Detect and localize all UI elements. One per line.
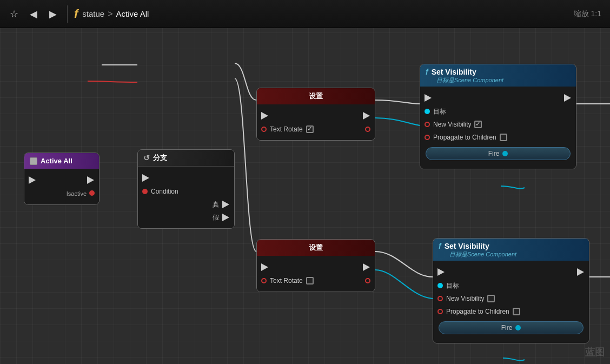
setvis-bottom-newvis-checkbox[interactable] bbox=[487, 295, 495, 302]
set-top-textrotate-checkbox[interactable] bbox=[306, 125, 314, 133]
setvis-bottom-target-row: 目标 bbox=[433, 279, 589, 292]
branch-exec-in[interactable] bbox=[142, 174, 150, 182]
branch-body: Condition 真 假 bbox=[138, 167, 234, 228]
setvis-bottom-propagate-label: Propagate to Children bbox=[446, 308, 509, 315]
set-top-textrotate-row: Text Rotate bbox=[257, 123, 375, 136]
setvis-top-newvis-pin[interactable] bbox=[425, 122, 430, 127]
setvis-bottom-propagate-pin[interactable] bbox=[437, 309, 443, 314]
set-top-exec-in[interactable] bbox=[261, 112, 269, 120]
setvis-bottom-func-icon: f bbox=[439, 242, 441, 250]
setvis-top-func-icon: f bbox=[426, 68, 428, 76]
setvis-top-propagate-row: Propagate to Children bbox=[420, 131, 576, 144]
set-bottom-textrotate-pin-in[interactable] bbox=[261, 278, 267, 283]
toolbar-divider bbox=[67, 5, 68, 23]
active-all-icon bbox=[30, 157, 37, 165]
setvis-bottom-exec-out[interactable] bbox=[577, 268, 585, 276]
set-bottom-node: 设置 Text Rotate bbox=[256, 239, 375, 292]
setvis-bottom-newvis-pin[interactable] bbox=[437, 296, 443, 301]
set-top-exec-out[interactable] bbox=[363, 112, 370, 120]
setvis-bottom-exec-in[interactable] bbox=[437, 268, 445, 276]
set-bottom-textrotate-label: Text Rotate bbox=[270, 277, 303, 284]
active-all-header: Active All bbox=[24, 153, 99, 169]
set-bottom-exec-row bbox=[257, 260, 375, 274]
branch-true-row: 真 bbox=[138, 198, 234, 211]
set-bottom-exec-out[interactable] bbox=[363, 263, 370, 271]
setvis-top-exec-row bbox=[420, 91, 576, 105]
isactive-label: Isactive bbox=[67, 190, 87, 197]
active-all-exec-in[interactable] bbox=[29, 176, 36, 184]
setvis-top-target-row: 目标 bbox=[420, 105, 576, 118]
setvis-bottom-fire-label: Fire bbox=[501, 324, 513, 332]
active-all-node: Active All Isactive bbox=[24, 153, 100, 205]
branch-true-pin[interactable] bbox=[222, 201, 230, 208]
setvis-top-exec-out[interactable] bbox=[564, 94, 572, 102]
set-top-title: 设置 bbox=[309, 92, 323, 100]
active-all-exec-row bbox=[24, 173, 99, 187]
breadcrumb: statue > Active All bbox=[82, 9, 149, 19]
setvis-top-fire-dot bbox=[502, 151, 508, 156]
breadcrumb-current[interactable]: Active All bbox=[116, 9, 149, 18]
setvis-bottom-fire-button[interactable]: Fire bbox=[439, 321, 584, 334]
active-all-title: Active All bbox=[41, 157, 72, 165]
setvis-bottom-fire-dot bbox=[515, 325, 521, 330]
branch-condition-pin[interactable] bbox=[142, 189, 148, 194]
setvis-top-newvis-checkbox[interactable] bbox=[474, 121, 482, 128]
branch-condition-row: Condition bbox=[138, 185, 234, 198]
func-icon: f bbox=[74, 7, 78, 21]
set-top-node: 设置 Text Rotate bbox=[256, 88, 375, 141]
setvis-bottom-propagate-checkbox[interactable] bbox=[513, 308, 520, 315]
setvis-bottom-body: 目标 New Visibility Propagate to Children … bbox=[433, 261, 589, 343]
setvis-bottom-node: f Set Visibility 目标是Scene Component 目标 N… bbox=[433, 238, 589, 343]
setvis-top-propagate-pin[interactable] bbox=[425, 135, 430, 140]
setvis-top-newvis-label: New Visibility bbox=[433, 121, 471, 128]
setvis-bottom-subtitle: 目标是Scene Component bbox=[449, 250, 584, 259]
breadcrumb-parent[interactable]: statue bbox=[82, 9, 104, 18]
setvis-bottom-title: Set Visibility bbox=[445, 242, 489, 250]
branch-condition-label: Condition bbox=[151, 188, 178, 195]
set-bottom-textrotate-row: Text Rotate bbox=[257, 274, 375, 287]
setvis-bottom-propagate-row: Propagate to Children bbox=[433, 305, 589, 318]
set-bottom-exec-in[interactable] bbox=[261, 263, 269, 271]
setvis-top-subtitle: 目标是Scene Component bbox=[436, 76, 571, 84]
setvis-top-target-pin[interactable] bbox=[425, 109, 430, 114]
branch-false-label: 假 bbox=[213, 213, 219, 222]
set-top-exec-row bbox=[257, 109, 375, 123]
setvis-top-propagate-checkbox[interactable] bbox=[500, 134, 507, 141]
back-button[interactable]: ◀ bbox=[26, 6, 41, 22]
setvis-bottom-header: f Set Visibility 目标是Scene Component bbox=[433, 239, 589, 261]
setvis-bottom-title-row: f Set Visibility bbox=[439, 242, 584, 250]
isactive-pin[interactable] bbox=[89, 190, 95, 196]
set-top-body: Text Rotate bbox=[257, 104, 375, 140]
toolbar: ☆ ◀ ▶ f statue > Active All 缩放 1:1 bbox=[0, 0, 610, 28]
setvis-top-propagate-label: Propagate to Children bbox=[433, 134, 496, 141]
setvis-top-fire-label: Fire bbox=[488, 150, 500, 157]
breadcrumb-separator: > bbox=[108, 9, 112, 19]
favorite-icon[interactable]: ☆ bbox=[6, 6, 22, 22]
set-bottom-textrotate-checkbox[interactable] bbox=[306, 277, 314, 284]
active-all-exec-out[interactable] bbox=[87, 176, 95, 184]
setvis-bottom-exec-row bbox=[433, 265, 589, 279]
set-bottom-header: 设置 bbox=[257, 240, 375, 256]
branch-node: ↺ 分支 Condition 真 假 bbox=[137, 149, 235, 229]
setvis-bottom-target-pin[interactable] bbox=[437, 283, 443, 288]
setvis-top-node: f Set Visibility 目标是Scene Component 目标 N… bbox=[420, 64, 576, 169]
set-bottom-body: Text Rotate bbox=[257, 256, 375, 292]
set-bottom-title: 设置 bbox=[309, 243, 323, 252]
branch-true-label: 真 bbox=[213, 200, 219, 209]
branch-false-row: 假 bbox=[138, 211, 234, 224]
branch-false-pin[interactable] bbox=[222, 214, 230, 221]
setvis-top-newvis-row: New Visibility bbox=[420, 118, 576, 131]
setvis-bottom-newvis-label: New Visibility bbox=[446, 295, 484, 302]
forward-button[interactable]: ▶ bbox=[45, 6, 61, 22]
set-bottom-textrotate-pin-out[interactable] bbox=[365, 278, 370, 283]
set-top-textrotate-pin-in[interactable] bbox=[261, 127, 267, 132]
setvis-top-exec-in[interactable] bbox=[425, 94, 432, 102]
branch-header: ↺ 分支 bbox=[138, 150, 234, 167]
set-top-textrotate-pin-out[interactable] bbox=[365, 127, 370, 132]
setvis-top-title: Set Visibility bbox=[432, 68, 476, 76]
branch-icon: ↺ bbox=[143, 154, 150, 162]
setvis-top-fire-button[interactable]: Fire bbox=[426, 147, 571, 160]
zoom-level: 缩放 1:1 bbox=[574, 9, 601, 19]
setvis-top-body: 目标 New Visibility Propagate to Children … bbox=[420, 87, 576, 169]
setvis-top-target-label: 目标 bbox=[433, 107, 446, 116]
